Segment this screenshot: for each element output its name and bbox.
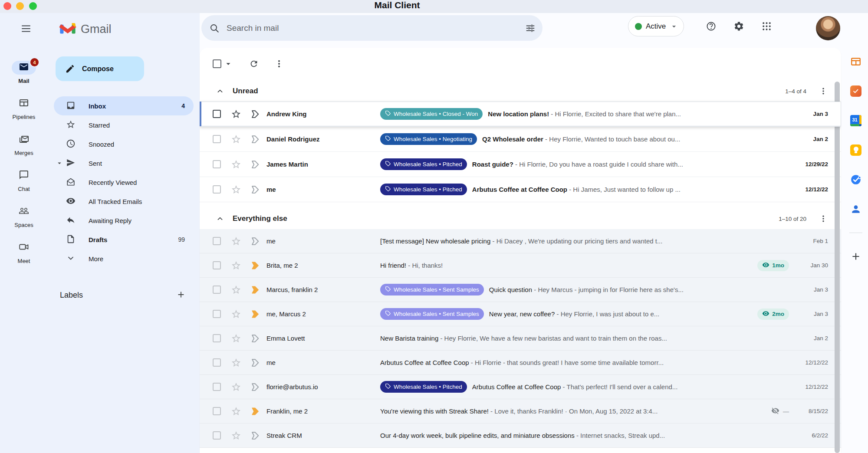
google-keep-icon[interactable] (850, 144, 862, 156)
email-tracking-pill[interactable]: 1mo (757, 260, 789, 271)
email-row[interactable]: Marcus, franklin 2Wholesale Sales • Sent… (200, 278, 841, 302)
window-zoom-button[interactable] (29, 2, 37, 10)
pipeline-stage-badge[interactable]: Wholesale Sales • Closed - Won (380, 108, 483, 120)
row-checkbox[interactable] (213, 407, 221, 415)
streak-box-icon[interactable] (250, 407, 260, 416)
star-icon[interactable] (231, 134, 241, 144)
star-icon[interactable] (231, 430, 241, 441)
row-checkbox[interactable] (213, 261, 221, 269)
email-row[interactable]: James MartinWholesale Sales • PitchedRoa… (200, 152, 841, 177)
email-tracking-pill[interactable]: 2mo (757, 309, 789, 320)
star-icon[interactable] (231, 309, 241, 319)
google-tasks-icon[interactable] (850, 174, 862, 186)
rail-item-spaces[interactable]: Spaces (0, 205, 48, 233)
help-icon[interactable] (701, 16, 720, 36)
streak-box-icon[interactable] (250, 382, 260, 392)
email-row[interactable]: me[Test message] New wholesale pricing -… (200, 229, 841, 253)
star-icon[interactable] (231, 236, 241, 246)
star-icon[interactable] (231, 285, 241, 295)
email-row[interactable]: florrie@arbutus.ioWholesale Sales • Pitc… (200, 375, 841, 399)
search-input[interactable] (227, 23, 525, 33)
section-more-icon[interactable] (819, 86, 828, 96)
email-row[interactable]: Streak CRMOur 4-day work week, bulk pipe… (200, 423, 841, 448)
rail-item-chat[interactable]: Chat (0, 169, 48, 197)
streak-box-icon[interactable] (250, 261, 260, 270)
profile-avatar[interactable] (816, 16, 840, 40)
star-icon[interactable] (231, 333, 241, 344)
streak-mail-tracking-icon[interactable] (850, 85, 862, 97)
availability-status-dropdown[interactable]: Active (628, 16, 684, 36)
sidebar-item-all-tracked-emails[interactable]: All Tracked Emails (54, 192, 194, 211)
streak-box-icon[interactable] (250, 285, 260, 295)
sidebar-item-recently-viewed[interactable]: Recently Viewed (54, 173, 194, 192)
email-row[interactable]: meWholesale Sales • PitchedArbutus Coffe… (200, 177, 841, 202)
star-icon[interactable] (231, 159, 241, 170)
pipeline-stage-badge[interactable]: Wholesale Sales • Pitched (380, 381, 467, 393)
select-all-checkbox[interactable] (213, 59, 221, 68)
streak-box-icon[interactable] (250, 236, 260, 246)
star-icon[interactable] (231, 406, 241, 417)
star-icon[interactable] (231, 184, 241, 195)
row-checkbox[interactable] (213, 160, 221, 168)
section-more-icon[interactable] (819, 214, 828, 223)
sidebar-item-more[interactable]: More (54, 249, 194, 268)
sidebar-item-drafts[interactable]: Drafts99 (54, 230, 194, 249)
settings-gear-icon[interactable] (729, 16, 748, 36)
email-row[interactable]: Emma LovettNew Barista training - Hey Fl… (200, 326, 841, 351)
get-addons-plus-icon[interactable] (850, 250, 862, 263)
main-menu-icon[interactable] (17, 20, 35, 37)
sidebar-item-sent[interactable]: Sent (54, 154, 194, 173)
row-checkbox[interactable] (213, 383, 221, 391)
rail-item-merges[interactable]: Merges (0, 133, 48, 161)
window-minimize-button[interactable] (16, 2, 24, 10)
email-row[interactable]: Daniel RodriguezWholesale Sales • Negoti… (200, 127, 841, 152)
row-checkbox[interactable] (213, 237, 221, 245)
streak-box-icon[interactable] (250, 109, 260, 119)
refresh-icon[interactable] (249, 59, 259, 69)
email-row[interactable]: Franklin, me 2You're viewing this with S… (200, 399, 841, 423)
sidebar-item-inbox[interactable]: Inbox4 (54, 96, 194, 115)
rail-item-meet[interactable]: Meet (0, 241, 48, 269)
compose-button[interactable]: Compose (56, 56, 144, 81)
streak-box-icon[interactable] (250, 135, 260, 144)
search-icon[interactable] (209, 23, 220, 33)
email-row[interactable]: me, Marcus 2Wholesale Sales • Sent Sampl… (200, 302, 841, 326)
rail-item-pipelines[interactable]: Pipelines (0, 97, 48, 125)
sidebar-item-awaiting-reply[interactable]: Awaiting Reply (54, 211, 194, 230)
streak-box-icon[interactable] (250, 358, 260, 368)
streak-box-icon[interactable] (250, 160, 260, 169)
star-icon[interactable] (231, 260, 241, 271)
sidebar-item-snoozed[interactable]: Snoozed (54, 135, 194, 154)
create-label-plus-icon[interactable] (176, 290, 187, 300)
star-icon[interactable] (231, 358, 241, 368)
star-icon[interactable] (231, 382, 241, 392)
email-row[interactable]: Brita, me 2Hi friend! - Hi, thanks!1moJa… (200, 253, 841, 278)
search-filter-icon[interactable] (525, 23, 536, 33)
expand-arrow-icon[interactable] (56, 159, 63, 167)
pipeline-stage-badge[interactable]: Wholesale Sales • Sent Samples (380, 308, 484, 320)
row-checkbox[interactable] (213, 286, 221, 294)
row-checkbox[interactable] (213, 310, 221, 318)
streak-box-icon[interactable] (250, 334, 260, 343)
streak-box-icon[interactable] (250, 185, 260, 194)
collapse-section-icon[interactable] (215, 86, 225, 96)
streak-box-icon[interactable] (250, 431, 260, 440)
collapse-section-icon[interactable] (215, 214, 225, 223)
star-icon[interactable] (231, 109, 241, 119)
pipeline-stage-badge[interactable]: Wholesale Sales • Negotiating (380, 133, 477, 145)
row-checkbox[interactable] (213, 135, 221, 143)
pipeline-stage-badge[interactable]: Wholesale Sales • Pitched (380, 184, 467, 195)
email-row[interactable]: meArbutus Coffee at Coffee Coop - Hi Flo… (200, 351, 841, 375)
sidebar-item-starred[interactable]: Starred (54, 115, 194, 135)
pipeline-stage-badge[interactable]: Wholesale Sales • Pitched (380, 158, 467, 170)
window-close-button[interactable] (3, 2, 11, 10)
row-checkbox[interactable] (213, 110, 221, 118)
row-checkbox[interactable] (213, 185, 221, 194)
streak-pipelines-icon[interactable] (850, 56, 862, 68)
select-dropdown-icon[interactable] (224, 59, 233, 69)
pipeline-stage-badge[interactable]: Wholesale Sales • Sent Samples (380, 284, 484, 295)
more-options-icon[interactable] (274, 59, 284, 69)
streak-box-icon[interactable] (250, 309, 260, 319)
rail-item-mail[interactable]: 4Mail (0, 61, 48, 89)
google-calendar-icon[interactable]: 31 (850, 115, 862, 127)
